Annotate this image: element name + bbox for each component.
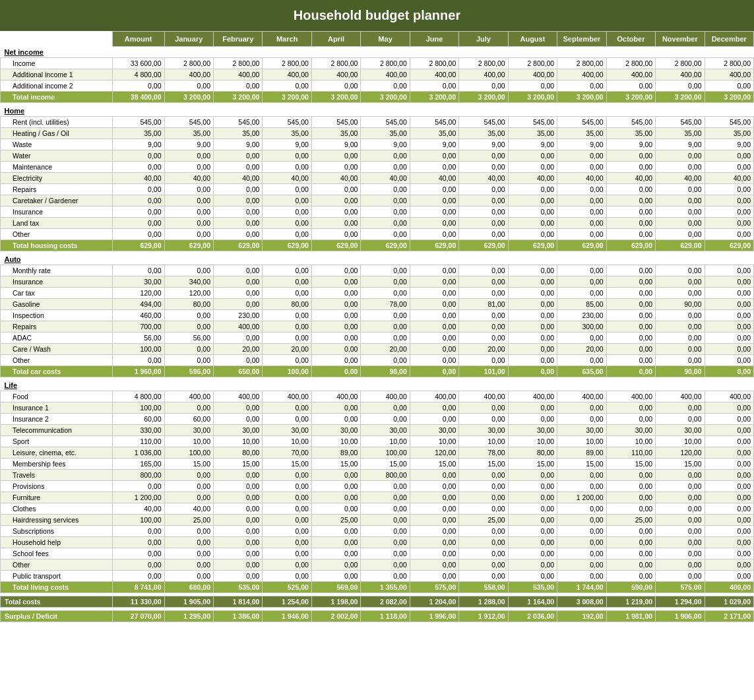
row-value: 0,00: [213, 150, 262, 161]
row-value: 0,00: [263, 276, 311, 287]
row-value: 0,00: [508, 332, 557, 343]
row-value: 1 960,00: [112, 366, 164, 377]
row-value: 0,00: [508, 548, 557, 559]
row-value: 545,00: [311, 116, 360, 127]
row-value: 0,00: [410, 480, 458, 492]
row-value: 56,00: [164, 332, 213, 343]
row-value: 9,00: [606, 139, 655, 150]
row-value: 0,00: [263, 548, 311, 559]
row-value: 330,00: [112, 424, 164, 435]
row-value: 629,00: [459, 239, 508, 251]
row-value: 0,00: [656, 559, 705, 570]
row-value: 0,00: [656, 525, 705, 536]
row-value: 40,00: [606, 172, 655, 183]
row-value: 0,00: [410, 413, 458, 424]
row-value: 3 200,00: [361, 91, 410, 102]
row-value: 0,00: [508, 276, 557, 287]
row-value: 0,00: [410, 343, 458, 354]
row-value: 0,00: [213, 514, 262, 525]
row-value: 35,00: [263, 127, 311, 139]
row-value: 0,00: [459, 525, 508, 536]
row-value: 400,00: [705, 69, 753, 80]
row-value: 0,00: [705, 217, 753, 228]
row-value: 0,00: [263, 217, 311, 228]
row-value: 0,00: [606, 183, 655, 195]
row-value: 1 905,00: [164, 596, 213, 607]
row-value: 9,00: [557, 139, 606, 150]
row-value: 0,00: [311, 276, 360, 287]
row-value: 0,00: [263, 354, 311, 366]
row-value: 110,00: [606, 447, 655, 458]
row-value: 0,00: [606, 161, 655, 172]
row-value: 30,00: [606, 424, 655, 435]
row-label: Additional income 2: [1, 80, 113, 91]
row-value: 700,00: [112, 321, 164, 332]
row-value: 0,00: [557, 503, 606, 514]
row-value: 0,00: [263, 525, 311, 536]
row-value: 30,00: [410, 424, 458, 435]
page-container: Household budget planner Amount January …: [0, 0, 754, 622]
row-value: 0,00: [263, 332, 311, 343]
row-value: 0,00: [656, 354, 705, 366]
row-value: 400,00: [361, 69, 410, 80]
row-value: 545,00: [263, 116, 311, 127]
row-label: Other: [1, 228, 113, 239]
row-value: 0,00: [508, 287, 557, 298]
row-value: 629,00: [164, 239, 213, 251]
row-value: 545,00: [361, 116, 410, 127]
row-value: 0,00: [213, 413, 262, 424]
row-value: 100,00: [361, 447, 410, 458]
row-value: 0,00: [606, 536, 655, 548]
row-value: 30,00: [459, 424, 508, 435]
row-value: 400,00: [164, 391, 213, 402]
row-value: 535,00: [213, 581, 262, 592]
table-row: Total income38 400,003 200,003 200,003 2…: [1, 91, 754, 102]
row-value: 0,00: [557, 332, 606, 343]
row-value: 0,00: [263, 469, 311, 480]
table-row: Total car costs1 960,00596,00650,00100,0…: [1, 366, 754, 377]
row-value: 0,00: [606, 206, 655, 217]
row-value: 545,00: [410, 116, 458, 127]
section-header-label: Home: [1, 106, 113, 117]
table-row: Care / Wash100,000,0020,0020,000,0020,00…: [1, 343, 754, 354]
row-value: 10,00: [164, 435, 213, 447]
row-value: 0,00: [311, 265, 360, 276]
row-value: 0,00: [361, 228, 410, 239]
row-value: 629,00: [213, 239, 262, 251]
row-value: 0,00: [656, 514, 705, 525]
row-value: 545,00: [508, 116, 557, 127]
table-row: Travels800,000,000,000,000,00800,000,000…: [1, 469, 754, 480]
row-value: 0,00: [361, 559, 410, 570]
row-value: 0,00: [705, 287, 753, 298]
row-value: 400,00: [410, 69, 458, 80]
row-value: 0,00: [361, 80, 410, 91]
table-row: Food4 800,00400,00400,00400,00400,00400,…: [1, 391, 754, 402]
row-value: 0,00: [410, 228, 458, 239]
row-value: 0,00: [213, 276, 262, 287]
row-value: 15,00: [361, 458, 410, 469]
row-value: 0,00: [508, 570, 557, 581]
table-row: Total costs11 330,001 905,001 814,001 25…: [1, 596, 754, 607]
row-value: 35,00: [705, 127, 753, 139]
row-value: 0,00: [557, 150, 606, 161]
table-row: Income33 600,002 800,002 800,002 800,002…: [1, 57, 754, 69]
row-value: 38 400,00: [112, 91, 164, 102]
row-value: 629,00: [606, 239, 655, 251]
row-label: Water: [1, 150, 113, 161]
row-value: 0,00: [705, 480, 753, 492]
row-value: 0,00: [311, 150, 360, 161]
table-row: Caretaker / Gardener0,000,000,000,000,00…: [1, 195, 754, 206]
row-value: 0,00: [705, 435, 753, 447]
row-value: 0,00: [557, 514, 606, 525]
row-value: 400,00: [213, 69, 262, 80]
row-value: 9,00: [263, 139, 311, 150]
row-label: Total housing costs: [1, 239, 113, 251]
row-value: 0,00: [606, 150, 655, 161]
row-label: Insurance: [1, 276, 113, 287]
row-value: 0,00: [311, 195, 360, 206]
row-value: 15,00: [606, 458, 655, 469]
row-value: 400,00: [311, 69, 360, 80]
row-value: 0,00: [557, 402, 606, 413]
table-row: Water0,000,000,000,000,000,000,000,000,0…: [1, 150, 754, 161]
row-value: 0,00: [705, 80, 753, 91]
